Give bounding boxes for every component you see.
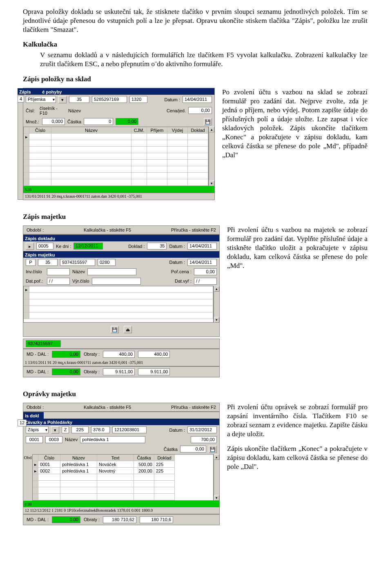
n1[interactable]: 0001	[26, 436, 43, 443]
naz-label-3: Název	[65, 437, 78, 442]
obraty-b: 480,00	[138, 351, 170, 358]
kalkulacka-paragraph: V seznamu dokladů a v následujících form…	[40, 51, 368, 69]
majetek-grid[interactable]: ▸	[23, 286, 214, 323]
f2[interactable]: 5285297169	[92, 96, 127, 103]
back-bar: is dokl	[23, 412, 44, 419]
sklad-heading: Zápis položky na sklad	[23, 75, 368, 84]
kedni-field[interactable]: 12/12/2011	[74, 243, 103, 250]
castka-a[interactable]: 0	[84, 118, 113, 125]
datvyr-label: Dat.vyř :	[175, 279, 192, 283]
col-doklad: Doklad	[188, 127, 208, 134]
left-num-2[interactable]: 12	[18, 419, 27, 426]
col-castka: Částka	[134, 455, 154, 461]
c3[interactable]: 1212003801	[112, 426, 147, 433]
datum-label-3: Datum :	[169, 260, 185, 265]
datum-label-4: Datum :	[169, 428, 185, 433]
green-val: 9374315597	[26, 340, 61, 347]
sklad-paragraph: Po zvolení účtu s vazbou na sklad se zob…	[222, 88, 368, 160]
zavazky-bar: Závazky a Pohledávky	[23, 419, 219, 425]
scroll-down-icon-2[interactable]: ▾	[214, 317, 219, 323]
datum-field-2[interactable]: 14/04/2011	[187, 243, 217, 250]
mnoz-field[interactable]: 0,000	[42, 118, 65, 125]
zapis-dropdown[interactable]: Zápis	[26, 426, 49, 433]
n2[interactable]: 0003	[45, 436, 62, 443]
f1[interactable]: 35	[69, 96, 89, 103]
cena-field[interactable]: 0,00	[188, 107, 212, 114]
kalk-hint: Kalkulačka - stiskěte F5	[84, 227, 131, 232]
datum-label-2: Datum :	[169, 244, 185, 249]
datvyr-field[interactable]: / /	[194, 278, 217, 285]
scroll-down-icon-3[interactable]: ▾	[214, 495, 219, 501]
a3[interactable]: 225	[71, 426, 89, 433]
castka-b[interactable]: 0,00	[116, 118, 138, 125]
scrollbar-2[interactable]: ▴ ▾	[214, 286, 219, 323]
datum-label: Datum :	[164, 97, 180, 102]
maj-paragraph: Při zvolení účtu s vazbou na majetek se …	[227, 225, 368, 270]
close-icon[interactable]: ⏏	[124, 326, 132, 333]
naz-field-3[interactable]: pohledávka 1	[80, 436, 145, 443]
castka-field-2[interactable]: 0,00	[180, 446, 206, 453]
back-titlebar: Zápis	[18, 88, 42, 95]
sklad-grid[interactable]: Číslo Název CJM. Příjem Výdej Doklad ▸	[23, 127, 209, 186]
z-field[interactable]: Z	[62, 426, 69, 433]
b3[interactable]: 378.0	[91, 426, 110, 433]
m-b[interactable]: 9374315597	[60, 259, 95, 266]
save-icon[interactable]: 💾	[204, 118, 212, 125]
por-field[interactable]: 0,00	[194, 268, 217, 275]
castka-label-2: Částka	[164, 447, 178, 452]
obd-label: Obd	[23, 454, 32, 501]
por-label: Poř.cena :	[171, 269, 192, 274]
m-a[interactable]: 35	[38, 259, 58, 266]
dropdown-arrow-icon-2[interactable]: ▾	[51, 426, 59, 434]
vyr-field[interactable]	[92, 278, 141, 285]
row-btn[interactable]: ▸	[26, 243, 34, 250]
datum-field[interactable]: 14/04/2011	[183, 96, 212, 103]
pri-hint: Příručka - stiskněte F2	[171, 227, 216, 232]
col-cislo-2: Číslo	[38, 455, 60, 461]
dropdown-arrow-icon[interactable]: ▾	[58, 96, 67, 103]
obraty-a: 480,00	[103, 351, 135, 358]
inv-field[interactable]	[47, 268, 70, 275]
table-row[interactable]: ▸ 0002 pohledávka 1 Novotný 200,00 225	[33, 468, 213, 474]
sklad-window: Zápis 4 Skladové pohyby Příjemka ▾ 35 52…	[23, 88, 215, 200]
ciselnik-hint: číselník - F10	[40, 106, 66, 116]
scroll-up-icon[interactable]: ▴	[209, 127, 214, 132]
left-num[interactable]: 4	[18, 96, 24, 103]
castka-label: Částka	[67, 119, 81, 124]
datum-field-3[interactable]: 14/04/2011	[187, 259, 217, 266]
doc-num[interactable]: 0005	[36, 243, 53, 250]
obdobi-label: Období :	[27, 227, 44, 232]
obraty-a-3: 180 710,62	[103, 516, 136, 523]
save-icon-2[interactable]: 💾	[111, 326, 119, 333]
pohledavky-grid[interactable]: Číslo Název Text Částka Doklad ▸ 0001 po…	[32, 454, 214, 501]
scroll-up-icon-3[interactable]: ▴	[214, 454, 219, 460]
doklad-field[interactable]: 35	[147, 243, 167, 250]
scroll-up-icon-2[interactable]: ▴	[214, 286, 219, 292]
naz-field2[interactable]	[87, 268, 136, 275]
f3[interactable]: 1320	[129, 96, 147, 103]
footer-green: 528	[23, 186, 214, 193]
obraty-label-3: Obraty :	[84, 517, 100, 522]
m-c[interactable]: 0280	[98, 259, 116, 266]
save-icon-3[interactable]: 💾	[209, 446, 217, 453]
type-dropdown[interactable]: Příjemka	[26, 96, 56, 103]
datum-field-4[interactable]: 31/12/2012	[187, 426, 217, 433]
green-strip: 038	[23, 501, 219, 507]
p-field[interactable]: P	[26, 259, 36, 266]
cislo-label: Čísl:	[26, 108, 37, 113]
pri-hint-2: Příručka - stiskněte F2	[171, 405, 216, 410]
majetek-window-stack: Období : Kalkulačka - stiskěte F5 Příruč…	[23, 225, 220, 377]
obraty-b-3: 180 710,6	[140, 516, 173, 523]
md-label: MD - DAL :	[27, 352, 49, 357]
col-cislo: Číslo	[29, 127, 51, 134]
scrollbar[interactable]: ▴ ▾	[209, 127, 214, 186]
scroll-down-icon[interactable]: ▾	[209, 181, 214, 186]
opr-heading: Oprávky majetku	[23, 390, 368, 399]
scrollbar-3[interactable]: ▴ ▾	[214, 454, 219, 501]
datpor-field[interactable]: / /	[47, 278, 70, 285]
intro-paragraph: Oprava položky dokladu se uskuteční tak,…	[23, 7, 368, 34]
col-doklad-2: Doklad	[154, 455, 175, 461]
v-field[interactable]: 700,00	[191, 436, 217, 443]
table-row[interactable]: ▸ 0001 pohledávka 1 Nováček 500,00 225	[33, 461, 213, 468]
col-nazev: Název	[51, 127, 131, 134]
